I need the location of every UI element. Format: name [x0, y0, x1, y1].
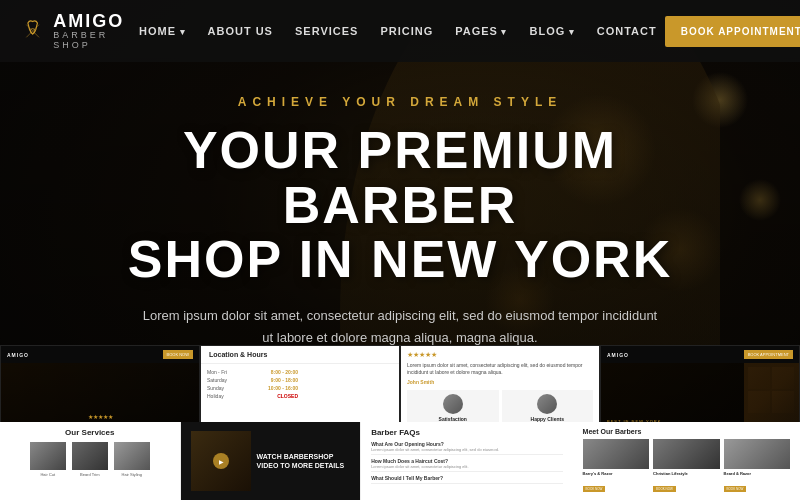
team-member: Beard & Razor BOOK NOW	[724, 439, 790, 494]
nav-blog[interactable]: BLOG	[521, 21, 582, 41]
faq-answer: Lorem ipsum dolor sit amet, consectetur …	[371, 447, 562, 452]
team-avatar	[537, 394, 557, 414]
logo-icon	[20, 15, 45, 47]
thumb3-stars: ★★★★★	[407, 351, 593, 359]
team-member: Christian Lifestyle BOOK NOW	[653, 439, 719, 494]
thumb3-text: Lorem ipsum dolor sit amet, consectetur …	[407, 362, 593, 376]
hours-row: Holiday CLOSED	[207, 393, 298, 399]
hours-row: Mon - Fri 8:00 - 20:00	[207, 369, 298, 375]
thumb1-nav: AMIGO BOOK NOW	[1, 346, 199, 363]
team-book-button[interactable]: BOOK NOW	[653, 486, 676, 492]
barber-video-thumbnail[interactable]	[191, 431, 251, 491]
barber-text: Watch Barbershop Video to More Details	[257, 452, 351, 470]
thumb1-nav-btn[interactable]: BOOK NOW	[163, 350, 193, 359]
nav-contact[interactable]: CONTACT	[589, 21, 665, 41]
service-image	[114, 442, 150, 470]
nav-about[interactable]: ABOUT US	[200, 21, 281, 41]
nav-pricing[interactable]: PRICING	[372, 21, 441, 41]
play-button-icon[interactable]	[213, 453, 229, 469]
team-member-image	[583, 439, 649, 469]
nav-services[interactable]: SERVICES	[287, 21, 366, 41]
barber-video-title: Watch Barbershop Video to More Details	[257, 452, 351, 470]
thumb4-nav: AMIGO BOOK APPOINTMENT	[601, 346, 799, 363]
logo-text: AMIGO BARBER SHOP	[53, 12, 131, 50]
service-item: Hair Styling	[114, 442, 150, 477]
hero-title: YOUR PREMIUM BARBER SHOP IN NEW YORK	[100, 123, 700, 287]
thumb4-logo: AMIGO	[607, 352, 629, 358]
team-member-name: Beard & Razor	[724, 471, 790, 476]
location-hours-title: Location & Hours	[209, 351, 391, 358]
team-book-button[interactable]: BOOK NOW	[583, 486, 606, 492]
thumb1-stars: ★★★★★	[88, 413, 113, 420]
navbar: AMIGO BARBER SHOP HOME ABOUT US SERVICES…	[0, 0, 800, 62]
faq-title: Barber FAQs	[371, 428, 562, 437]
faq-item[interactable]: What Are Our Opening Hours? Lorem ipsum …	[371, 441, 562, 455]
services-items: Hair Cut Beard Trim Hair Styling	[10, 442, 170, 477]
service-label: Hair Styling	[114, 472, 150, 477]
services-title: Our Services	[10, 428, 170, 437]
faq-answer: Lorem ipsum dolor sit amet, consectetur …	[371, 464, 562, 469]
brand-name: AMIGO	[53, 12, 131, 30]
team-title: Meet Our Barbers	[583, 428, 790, 435]
bottom-row: Our Services Hair Cut Beard Trim Hair St…	[0, 422, 800, 500]
thumb4-nav-btn[interactable]: BOOK APPOINTMENT	[744, 350, 793, 359]
barber-content: Watch Barbershop Video to More Details	[191, 428, 351, 494]
hours-row: Saturday 9:00 - 18:00	[207, 377, 298, 383]
service-image	[30, 442, 66, 470]
brand-sub: BARBER SHOP	[53, 30, 131, 50]
hero-description: Lorem ipsum dolor sit amet, consectetur …	[140, 305, 660, 349]
nav-pages[interactable]: PAGES	[447, 21, 515, 41]
team-book-button[interactable]: BOOK NOW	[724, 486, 747, 492]
thumb2-header: Location & Hours	[201, 346, 399, 364]
service-label: Beard Trim	[72, 472, 108, 477]
team-member-name: Christian Lifestyle	[653, 471, 719, 476]
services-section: Our Services Hair Cut Beard Trim Hair St…	[0, 422, 181, 500]
faq-section: Barber FAQs What Are Our Opening Hours? …	[361, 422, 572, 500]
thumb1-logo: AMIGO	[7, 352, 29, 358]
hero-subtitle: ACHIEVE YOUR DREAM STYLE	[100, 95, 700, 109]
book-appointment-button[interactable]: BOOK APPOINTMENT	[665, 16, 800, 47]
team-grid: Barry's & Razor BOOK NOW Christian Lifes…	[583, 439, 790, 494]
service-image	[72, 442, 108, 470]
logo[interactable]: AMIGO BARBER SHOP	[20, 12, 131, 50]
thumb3-author: John Smith	[407, 379, 593, 385]
hours-row: Sunday 10:00 - 16:00	[207, 385, 298, 391]
video-section: Watch Barbershop Video to More Details	[181, 422, 362, 500]
service-label: Hair Cut	[30, 472, 66, 477]
faq-item[interactable]: What Should I Tell My Barber?	[371, 475, 562, 484]
service-item: Beard Trim	[72, 442, 108, 477]
service-item: Hair Cut	[30, 442, 66, 477]
team-avatar	[443, 394, 463, 414]
team-member-image	[653, 439, 719, 469]
team-member-name: Barry's & Razor	[583, 471, 649, 476]
faq-item[interactable]: How Much Does a Haircut Cost? Lorem ipsu…	[371, 458, 562, 472]
team-member-image	[724, 439, 790, 469]
nav-home[interactable]: HOME	[131, 21, 194, 41]
team-member: Barry's & Razor BOOK NOW	[583, 439, 649, 494]
faq-question: What Should I Tell My Barber?	[371, 475, 562, 481]
team-section: Meet Our Barbers Barry's & Razor BOOK NO…	[573, 422, 800, 500]
nav-links: HOME ABOUT US SERVICES PRICING PAGES BLO…	[131, 21, 665, 41]
